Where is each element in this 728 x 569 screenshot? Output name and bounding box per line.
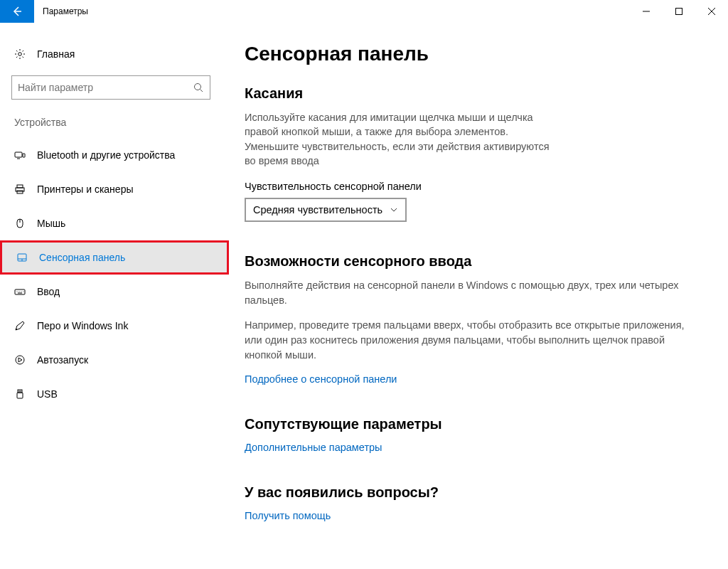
arrow-left-icon <box>11 6 23 17</box>
gestures-heading: Возможности сенсорного ввода <box>245 253 705 270</box>
window-controls <box>630 0 728 23</box>
maximize-button[interactable] <box>663 0 695 23</box>
titlebar: Параметры <box>0 0 728 23</box>
sidebar-item-usb[interactable]: USB <box>0 377 229 411</box>
sidebar-item-label: Мышь <box>31 218 65 229</box>
svg-point-24 <box>16 329 17 330</box>
section-touch: Касания Используйте касания для имитации… <box>245 85 705 222</box>
section-gestures: Возможности сенсорного ввода Выполняйте … <box>245 253 705 390</box>
chevron-down-icon <box>390 206 398 214</box>
content: Сенсорная панель Касания Используйте кас… <box>229 23 728 569</box>
svg-rect-26 <box>18 390 22 393</box>
svg-point-20 <box>19 292 20 292</box>
touchpad-icon <box>16 252 33 263</box>
sidebar: Главная Устройства Bluetooth и другие ус… <box>0 23 229 569</box>
sensitivity-dropdown[interactable]: Средняя чувствительность <box>245 198 407 222</box>
usb-icon <box>14 388 31 400</box>
sidebar-item-label: Автозапуск <box>31 354 88 366</box>
gestures-learn-more-link[interactable]: Подробнее о сенсорной панели <box>245 373 397 385</box>
svg-point-25 <box>16 356 24 364</box>
close-button[interactable] <box>695 0 728 23</box>
sidebar-category: Устройства <box>0 112 229 138</box>
search-field[interactable] <box>18 82 193 93</box>
svg-rect-27 <box>17 393 23 398</box>
help-heading: У вас появились вопросы? <box>245 484 705 501</box>
back-button[interactable] <box>0 0 34 23</box>
sidebar-item-touchpad[interactable]: Сенсорная панель <box>0 240 229 275</box>
gestures-p1: Выполняйте действия на сенсорной панели … <box>245 278 700 308</box>
related-additional-link[interactable]: Дополнительные параметры <box>245 442 382 453</box>
sidebar-item-label: Перо и Windows Ink <box>31 320 128 331</box>
related-heading: Сопутствующие параметры <box>245 416 705 432</box>
sidebar-item-typing[interactable]: Ввод <box>0 275 229 309</box>
sidebar-item-mouse[interactable]: Мышь <box>0 206 229 240</box>
page-title: Сенсорная панель <box>245 43 705 65</box>
sidebar-item-label: USB <box>31 388 58 400</box>
sidebar-item-pen[interactable]: Перо и Windows Ink <box>0 309 229 343</box>
search-input[interactable] <box>11 75 210 100</box>
gestures-p2: Например, проведите тремя пальцами вверх… <box>245 318 700 363</box>
keyboard-icon <box>14 286 31 297</box>
svg-point-19 <box>17 292 18 292</box>
autoplay-icon <box>14 354 31 366</box>
svg-rect-11 <box>17 185 23 188</box>
svg-rect-18 <box>15 289 25 294</box>
search-icon <box>193 83 204 93</box>
bluetooth-devices-icon <box>14 149 31 161</box>
gear-icon <box>14 48 31 60</box>
svg-rect-1 <box>676 9 682 15</box>
svg-point-21 <box>21 292 22 292</box>
svg-rect-8 <box>23 154 25 157</box>
mouse-icon <box>14 218 31 229</box>
window-title: Параметры <box>34 0 630 23</box>
sidebar-item-label: Ввод <box>31 286 60 297</box>
sensitivity-label: Чувствительность сенсорной панели <box>245 181 705 192</box>
printer-icon <box>14 184 31 195</box>
section-help: У вас появились вопросы? Получить помощь <box>245 484 705 527</box>
touch-description: Используйте касания для имитации щелчка … <box>245 110 557 168</box>
section-related: Сопутствующие параметры Дополнительные п… <box>245 416 705 459</box>
svg-rect-7 <box>15 152 22 157</box>
sidebar-item-bluetooth[interactable]: Bluetooth и другие устройства <box>0 138 229 172</box>
sidebar-item-label: Сенсорная панель <box>33 252 125 263</box>
minimize-button[interactable] <box>630 0 663 23</box>
svg-line-6 <box>200 89 203 92</box>
sidebar-item-label: Принтеры и сканеры <box>31 184 133 195</box>
pen-icon <box>14 320 31 331</box>
touch-heading: Касания <box>245 85 705 102</box>
sidebar-item-autoplay[interactable]: Автозапуск <box>0 343 229 377</box>
sensitivity-value: Средняя чувствительность <box>253 204 382 216</box>
svg-point-4 <box>18 53 22 56</box>
get-help-link[interactable]: Получить помощь <box>245 510 331 521</box>
sidebar-home-label: Главная <box>31 48 75 60</box>
svg-point-22 <box>23 292 24 292</box>
sidebar-item-printers[interactable]: Принтеры и сканеры <box>0 172 229 206</box>
svg-point-5 <box>195 83 201 90</box>
sidebar-home[interactable]: Главная <box>0 40 229 68</box>
sidebar-item-label: Bluetooth и другие устройства <box>31 149 175 161</box>
